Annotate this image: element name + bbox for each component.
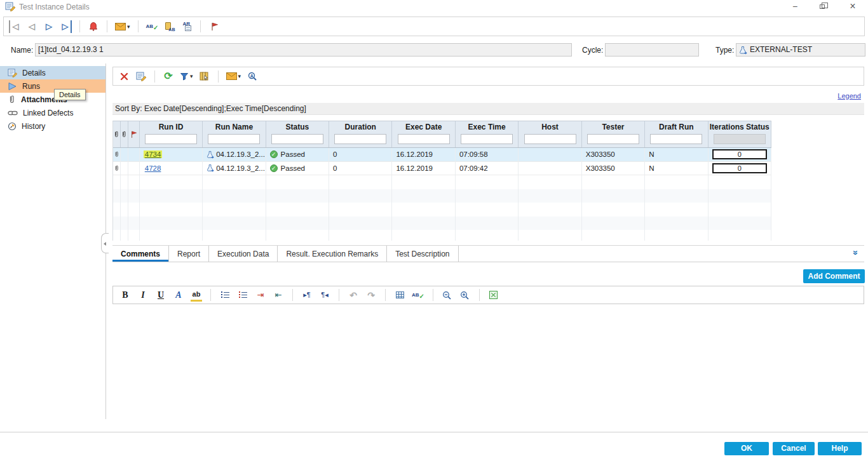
zoom-out-button[interactable] xyxy=(442,289,453,302)
expand-icon xyxy=(489,291,498,299)
column-header-duration[interactable]: Duration xyxy=(329,121,392,147)
sidebar-item-linked-defects[interactable]: Linked Defects xyxy=(0,106,105,119)
splitter-collapse-handle[interactable] xyxy=(101,233,109,253)
close-button[interactable]: × xyxy=(843,0,862,14)
flag-icon xyxy=(130,130,137,138)
sidebar-item-details[interactable]: Details xyxy=(0,66,105,79)
iterations-status-box[interactable]: 0 xyxy=(712,149,767,159)
filter-status[interactable] xyxy=(271,134,323,144)
text-search-button[interactable]: A xyxy=(247,70,258,83)
spelling-options-button[interactable]: AR xyxy=(181,20,193,33)
send-email-button[interactable]: ▾ xyxy=(115,20,130,33)
sidebar-item-runs[interactable]: Runs xyxy=(0,79,105,93)
zoom-in-button[interactable] xyxy=(459,289,471,302)
flag-column-header[interactable] xyxy=(128,121,140,147)
alerts-button[interactable] xyxy=(88,20,99,33)
filter-host[interactable] xyxy=(524,134,576,144)
italic-button[interactable]: I xyxy=(137,289,149,302)
column-header-exec-time[interactable]: Exec Time xyxy=(456,121,519,147)
tab-result-execution-remarks[interactable]: Result. Execution Remarks xyxy=(278,246,387,262)
tab-execution-data[interactable]: Execution Data xyxy=(209,246,278,262)
empty-row xyxy=(113,175,771,189)
ok-button[interactable]: OK xyxy=(724,442,769,455)
tab-comments[interactable]: Comments xyxy=(112,246,169,262)
run-id-link[interactable]: 4734 xyxy=(144,150,163,158)
tab-report[interactable]: Report xyxy=(169,246,209,262)
insert-table-button[interactable] xyxy=(394,289,405,302)
bell-icon xyxy=(89,22,98,31)
previous-item-button[interactable]: ◁ xyxy=(26,20,37,33)
column-header-tester[interactable]: Tester xyxy=(582,121,645,147)
filter-run-name[interactable] xyxy=(208,134,260,144)
delete-run-button[interactable] xyxy=(118,70,130,83)
help-button[interactable]: Help xyxy=(818,442,862,455)
last-item-button[interactable]: ▷ xyxy=(60,20,72,33)
next-item-button[interactable]: ▷ xyxy=(43,20,55,33)
email-runs-button[interactable]: ▾ xyxy=(226,70,241,83)
run-id-link[interactable]: 4728 xyxy=(144,164,163,172)
sidebar-item-history[interactable]: History xyxy=(0,119,105,133)
indent-button[interactable]: ⇥ xyxy=(255,289,266,302)
font-color-button[interactable]: A xyxy=(173,289,184,302)
filter-duration[interactable] xyxy=(334,134,386,144)
host-cell xyxy=(519,148,581,161)
paperclip-icon xyxy=(114,150,119,158)
type-field[interactable]: EXTERNAL-TEST xyxy=(736,43,865,57)
column-header-draft-run[interactable]: Draft Run xyxy=(645,121,708,147)
redo-button[interactable]: ↷ xyxy=(365,289,377,302)
maximize-editor-button[interactable] xyxy=(488,289,499,302)
column-header-exec-date[interactable]: Exec Date xyxy=(392,121,455,147)
set-filter-button[interactable]: ▾ xyxy=(180,70,193,83)
cancel-button[interactable]: Cancel xyxy=(773,442,815,455)
tab-test-description[interactable]: Test Description xyxy=(387,246,458,262)
host-cell xyxy=(519,162,581,175)
left-to-right-button[interactable]: ▸¶ xyxy=(301,289,313,302)
filter-tester[interactable] xyxy=(587,134,639,144)
column-header-run-name[interactable]: Run Name xyxy=(203,121,266,147)
numbered-list-button[interactable] xyxy=(237,289,248,302)
table-row[interactable]: 4734 04.12.19.3_2... ✓Passed 0 16.12.201… xyxy=(113,148,771,162)
paperclip-icon xyxy=(8,95,16,104)
check-icon: ✓ xyxy=(419,293,424,300)
attachment-column-header[interactable] xyxy=(113,121,121,147)
filter-run-id[interactable] xyxy=(145,134,197,144)
editor-spellcheck-button[interactable]: AB✓ xyxy=(412,289,424,302)
flag-for-followup-button[interactable] xyxy=(208,20,220,33)
column-header-run-id[interactable]: Run ID xyxy=(140,121,203,147)
legend-link[interactable]: Legend xyxy=(837,92,861,100)
highlight-button[interactable]: ab xyxy=(191,289,202,302)
column-header-status[interactable]: Status xyxy=(266,121,329,147)
filter-exec-time[interactable] xyxy=(461,134,513,144)
bold-button[interactable]: B xyxy=(119,289,131,302)
undo-button[interactable]: ↶ xyxy=(348,289,359,302)
thesaurus-button[interactable]: AB xyxy=(164,20,175,33)
minimize-button[interactable]: − xyxy=(785,0,804,14)
collapse-panel-chevron-icon[interactable]: » xyxy=(851,250,861,255)
column-header-host[interactable]: Host xyxy=(519,121,581,147)
restore-button[interactable] xyxy=(813,0,832,14)
right-to-left-button[interactable]: ¶◂ xyxy=(319,289,330,302)
add-comment-button[interactable]: Add Comment xyxy=(803,269,865,283)
run-details-button[interactable] xyxy=(135,70,147,83)
bullet-list-button[interactable] xyxy=(219,289,231,302)
cycle-field[interactable] xyxy=(605,43,699,57)
separator xyxy=(292,289,293,301)
refresh-button[interactable]: ⟳ xyxy=(163,70,174,83)
iterations-status-box[interactable]: 0 xyxy=(712,163,767,173)
sidebar-item-label: History xyxy=(22,122,45,131)
filter-draft-run[interactable] xyxy=(650,134,702,144)
filter-exec-date[interactable] xyxy=(398,134,450,144)
table-row[interactable]: 4728 04.12.19.3_2... ✓Passed 0 16.12.201… xyxy=(113,162,771,176)
column-header-iterations-status[interactable]: Iterations Status xyxy=(709,121,771,147)
filter-iterations-status xyxy=(714,134,766,144)
outdent-button[interactable]: ⇤ xyxy=(273,289,284,302)
attachment-column-header-2[interactable] xyxy=(121,121,128,147)
name-field[interactable]: [1]tcd_04.12.19.3 1 xyxy=(35,43,572,57)
select-columns-button[interactable] xyxy=(199,70,210,83)
check-spelling-button[interactable]: AB✓ xyxy=(146,20,159,33)
chain-link-icon xyxy=(8,110,18,116)
first-item-button[interactable]: ◁ xyxy=(9,20,20,33)
underline-button[interactable]: U xyxy=(155,289,166,302)
sidebar-item-attachments[interactable]: Attachments xyxy=(0,93,105,106)
tester-cell: X303350 xyxy=(582,148,645,161)
